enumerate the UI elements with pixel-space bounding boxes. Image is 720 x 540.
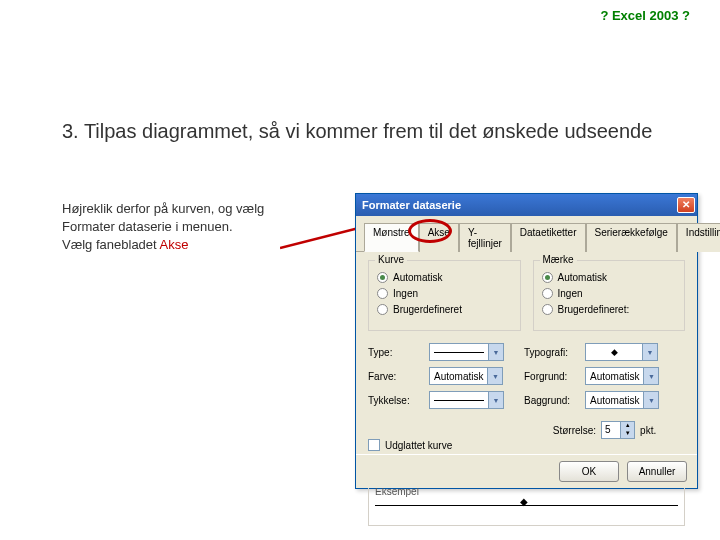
close-icon[interactable]: ✕ bbox=[677, 197, 695, 213]
preview-sample-icon bbox=[375, 505, 678, 521]
typografi-label: Typografi: bbox=[524, 347, 579, 358]
type-label: Type: bbox=[368, 347, 423, 358]
instruction-line2: Vælg fanebladet bbox=[62, 237, 160, 252]
forgrund-combo[interactable]: Automatisk▼ bbox=[585, 367, 659, 385]
tab-akse[interactable]: Akse bbox=[419, 223, 459, 252]
storrelse-spinner[interactable]: 5 ▲▼ bbox=[601, 421, 635, 439]
combo-value: Automatisk bbox=[586, 368, 643, 384]
chevron-down-icon[interactable]: ▼ bbox=[643, 368, 658, 384]
radio-kurve-ingen[interactable] bbox=[377, 288, 388, 299]
tab-monstre[interactable]: Mønstre bbox=[364, 223, 419, 252]
instruction-text: Højreklik derfor på kurven, og vælg Form… bbox=[62, 200, 272, 255]
combo-value: Automatisk bbox=[430, 368, 487, 384]
radio-maerke-bruger[interactable] bbox=[542, 304, 553, 315]
farve-label: Farve: bbox=[368, 371, 423, 382]
instruction-line1: Højreklik derfor på kurven, og vælg Form… bbox=[62, 201, 264, 234]
tab-indstillinger[interactable]: Indstillinger bbox=[677, 223, 720, 252]
tykkelse-combo[interactable]: ▼ bbox=[429, 391, 504, 409]
chevron-down-icon[interactable]: ▼ bbox=[488, 344, 503, 360]
instruction-akse: Akse bbox=[160, 237, 189, 252]
tab-yfejllinjer[interactable]: Y-fejllinjer bbox=[459, 223, 511, 252]
maerke-legend: Mærke bbox=[540, 254, 577, 265]
radio-maerke-auto[interactable] bbox=[542, 272, 553, 283]
spin-down-icon[interactable]: ▼ bbox=[621, 430, 634, 438]
header-badge: ? Excel 2003 ? bbox=[600, 8, 690, 23]
chevron-down-icon[interactable]: ▼ bbox=[642, 344, 657, 360]
chevron-down-icon[interactable]: ▼ bbox=[643, 392, 658, 408]
diamond-icon: ◆ bbox=[586, 344, 642, 360]
storrelse-unit: pkt. bbox=[640, 425, 656, 436]
typografi-combo[interactable]: ◆▼ bbox=[585, 343, 658, 361]
combo-value: Automatisk bbox=[586, 392, 643, 408]
dialog-title: Formater dataserie bbox=[362, 199, 677, 211]
kurve-fieldset: Kurve Automatisk Ingen Brugerdefineret bbox=[368, 260, 521, 331]
baggrund-combo[interactable]: Automatisk▼ bbox=[585, 391, 659, 409]
tykkelse-label: Tykkelse: bbox=[368, 395, 423, 406]
radio-kurve-auto[interactable] bbox=[377, 272, 388, 283]
line-sample-icon bbox=[434, 352, 484, 353]
tab-strip: Mønstre Akse Y-fejllinjer Dataetiketter … bbox=[356, 216, 697, 252]
titlebar: Formater dataserie ✕ bbox=[356, 194, 697, 216]
chevron-down-icon[interactable]: ▼ bbox=[487, 368, 502, 384]
tab-serieraekkefolge[interactable]: Serierækkefølge bbox=[586, 223, 677, 252]
udglattet-label: Udglattet kurve bbox=[385, 440, 452, 451]
radio-kurve-bruger[interactable] bbox=[377, 304, 388, 315]
tab-dataetiketter[interactable]: Dataetiketter bbox=[511, 223, 586, 252]
button-bar: OK Annuller bbox=[356, 454, 697, 488]
radio-label: Brugerdefineret: bbox=[558, 304, 630, 315]
type-combo[interactable]: ▼ bbox=[429, 343, 504, 361]
section-heading: 3. Tilpas diagrammet, så vi kommer frem … bbox=[62, 120, 670, 143]
storrelse-value: 5 bbox=[602, 422, 620, 438]
storrelse-label: Størrelse: bbox=[553, 425, 596, 436]
spin-up-icon[interactable]: ▲ bbox=[621, 422, 634, 430]
format-dataseries-dialog: Formater dataserie ✕ Mønstre Akse Y-fejl… bbox=[355, 193, 698, 489]
udglattet-checkbox[interactable] bbox=[368, 439, 380, 451]
ok-button[interactable]: OK bbox=[559, 461, 619, 482]
radio-label: Automatisk bbox=[393, 272, 442, 283]
radio-maerke-ingen[interactable] bbox=[542, 288, 553, 299]
chevron-down-icon[interactable]: ▼ bbox=[488, 392, 503, 408]
farve-combo[interactable]: Automatisk▼ bbox=[429, 367, 503, 385]
baggrund-label: Baggrund: bbox=[524, 395, 579, 406]
forgrund-label: Forgrund: bbox=[524, 371, 579, 382]
line-sample-icon bbox=[434, 400, 484, 401]
maerke-fieldset: Mærke Automatisk Ingen Brugerdefineret: bbox=[533, 260, 686, 331]
annuller-button[interactable]: Annuller bbox=[627, 461, 687, 482]
radio-label: Ingen bbox=[558, 288, 583, 299]
radio-label: Automatisk bbox=[558, 272, 607, 283]
radio-label: Ingen bbox=[393, 288, 418, 299]
radio-label: Brugerdefineret bbox=[393, 304, 462, 315]
kurve-legend: Kurve bbox=[375, 254, 407, 265]
